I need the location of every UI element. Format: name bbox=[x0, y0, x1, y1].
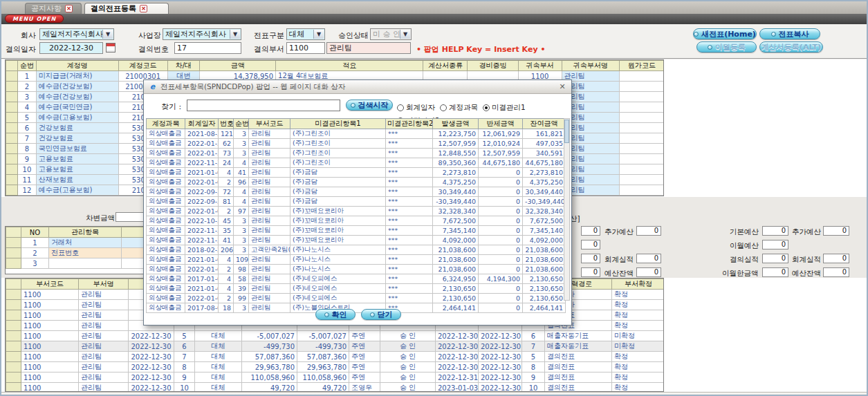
budget-field[interactable]: 0 bbox=[636, 226, 661, 236]
table-row[interactable]: 외상매출금2018-02-282063고객만족2팀(J2(주)나노시스***21… bbox=[147, 245, 566, 255]
cell: 2022-01-00 bbox=[185, 207, 219, 216]
table-row[interactable]: 외상매출금2022-11-30244관리팀(주)그린조이***89,350,36… bbox=[147, 158, 566, 168]
cell: 예수금(고용보험) bbox=[36, 185, 118, 196]
cell: 2022-12-30 bbox=[129, 341, 174, 352]
cell: 대체 bbox=[195, 341, 242, 352]
cell: 7 bbox=[18, 133, 36, 144]
budget-field[interactable]: 0 bbox=[636, 267, 661, 277]
table-row[interactable]: 1100관리팀2022-12-305대체-5,007,027-5,007,027… bbox=[6, 331, 665, 341]
cell: 3 bbox=[234, 245, 249, 255]
budget-field[interactable]: 0 bbox=[762, 226, 788, 236]
site-select[interactable]: 제일저지주식회사 ▼ bbox=[163, 28, 241, 40]
table-row[interactable]: 외상매출금2022-09-30724관리팀(주)금담***30,349,4400… bbox=[147, 187, 566, 197]
cell: 5 bbox=[522, 352, 545, 362]
cell bbox=[619, 164, 664, 175]
cell: 4,375,250 bbox=[433, 178, 479, 187]
table-row[interactable]: 1100관리팀2022-12-308대체29,963,78029,963,780… bbox=[6, 362, 665, 373]
cell: 2,130,650 bbox=[433, 284, 479, 294]
cell: *** bbox=[386, 236, 433, 245]
budget-field[interactable]: 0 bbox=[581, 226, 600, 236]
budget-field[interactable]: 0 bbox=[762, 254, 788, 263]
cell: 미확정 bbox=[612, 341, 665, 352]
calendar-icon[interactable] bbox=[106, 43, 116, 53]
dialog-title-bar[interactable]: e 전표세부항목(SPNDCDPop) 팝업 -- 웹 페이지 대화 상자 ✕ bbox=[144, 80, 571, 94]
chevron-down-icon[interactable]: ▼ bbox=[230, 30, 240, 39]
column-header bbox=[6, 279, 21, 290]
table-row[interactable]: 1100관리팀2022-12-306대체-499,730-499,730주엔승 … bbox=[6, 341, 665, 352]
budget-field[interactable]: 0 bbox=[581, 254, 600, 263]
cell: 0 bbox=[479, 168, 523, 178]
cell: *** bbox=[386, 197, 433, 207]
slip-type-select[interactable]: 대체 ▼ bbox=[286, 28, 325, 40]
radio-계정과목[interactable]: 계정과목 bbox=[440, 103, 478, 113]
dialog-scrollbar[interactable] bbox=[564, 118, 570, 301]
number-field[interactable]: 17 bbox=[174, 42, 241, 54]
company-select[interactable]: 제일저지주식회사 ▼ bbox=[39, 28, 114, 40]
table-row[interactable]: 외상매출금2022-01-00299관리팀(주)네오피에스***2,130,65… bbox=[147, 294, 566, 303]
table-row[interactable]: 외상매출금2021-08-311213관리팀(주)그린조이***12,223,7… bbox=[147, 129, 566, 139]
radio-button-icon[interactable] bbox=[483, 104, 490, 111]
close-icon[interactable]: ✕ bbox=[557, 82, 567, 91]
cell: 21,038,600 bbox=[523, 265, 566, 274]
column-header: 계정명 bbox=[36, 61, 118, 71]
cell: 1100 bbox=[21, 383, 79, 393]
table-row[interactable]: 외상매출금2017-08-01183관리팀(주)노블인더스트리***2,464,… bbox=[147, 303, 566, 313]
dialog-close-button[interactable]: 닫기 bbox=[361, 309, 401, 320]
table-row[interactable]: 1100관리팀2022-12-309대체110,058,960110,058,9… bbox=[6, 373, 665, 383]
budget-field[interactable]: 0 bbox=[823, 254, 849, 263]
search-input[interactable] bbox=[187, 100, 340, 111]
budget-label: 기본예산 bbox=[730, 227, 759, 237]
cell: 확정 bbox=[612, 383, 665, 393]
budget-field[interactable]: 0 bbox=[823, 226, 849, 236]
cell: (주)네오피에스 bbox=[290, 294, 386, 303]
table-row[interactable]: 외상매출금2022-01-00296관리팀(주)금담***4,375,25004… bbox=[147, 178, 566, 187]
chevron-down-icon[interactable]: ▼ bbox=[313, 30, 324, 39]
dept-code-field[interactable]: 1100 bbox=[286, 42, 325, 54]
table-row[interactable]: 외상매출금2022-09-30814관리팀(주)금담***-30,349,440… bbox=[147, 197, 566, 207]
chevron-down-icon[interactable]: ▼ bbox=[102, 30, 113, 39]
budget-field[interactable]: 0 bbox=[762, 267, 788, 277]
radio-button-icon[interactable] bbox=[397, 104, 404, 111]
help-text: • 팝업 HELP Key = Insert Key • bbox=[416, 44, 545, 55]
budget-field[interactable]: 0 bbox=[823, 267, 849, 277]
budget-field[interactable]: 0 bbox=[581, 267, 600, 277]
ok-button[interactable]: 확인 bbox=[315, 309, 355, 320]
copy-slip-button[interactable]: 전표복사 bbox=[759, 28, 820, 39]
tab-voucher-entry[interactable]: 결의전표등록 × bbox=[84, 3, 169, 14]
tab-close-icon[interactable]: × bbox=[65, 5, 73, 12]
table-row[interactable]: 외상매출금2022-11-30413관리팀(주)꼬매요코리아***4,092,0… bbox=[147, 236, 566, 245]
table-row[interactable]: 외상매출금2022-10-31453관리팀(주)꼬매요코리아***7,672,5… bbox=[147, 216, 566, 226]
radio-회계일자[interactable]: 회계일자 bbox=[397, 103, 435, 113]
search-start-button[interactable]: 검색시작 bbox=[346, 100, 393, 111]
table-row[interactable]: 외상매출금2021-01-00441관리팀(주)금담***2,273,81002… bbox=[147, 168, 566, 178]
budget-field[interactable]: 0 bbox=[581, 240, 600, 249]
new-slip-button[interactable]: 새전표(Home) bbox=[693, 28, 757, 39]
cell: 29,963,780 bbox=[242, 362, 297, 373]
menu-open-badge[interactable]: MENU OPEN bbox=[5, 15, 64, 23]
table-row[interactable]: 외상매출금2021-01-004109관리팀(주)나노시스***21,038,6… bbox=[147, 255, 566, 265]
cell: (주)금담 bbox=[290, 197, 386, 207]
cell: 2022-12-30 bbox=[479, 331, 522, 341]
table-row[interactable]: 외상매출금2022-01-31733관리팀(주)그린조이***12,848,55… bbox=[147, 149, 566, 158]
cell: 2,130,650 bbox=[433, 294, 479, 303]
table-row[interactable]: 외상매출금2022-01-00298관리팀(주)나노시스***21,038,60… bbox=[147, 265, 566, 274]
table-row[interactable]: 외상매출금2022-01-00297관리팀(주)꼬매요코리아***32,328,… bbox=[147, 207, 566, 216]
carry-over-button: 이월등록 bbox=[696, 41, 757, 53]
tab-notice[interactable]: 공지사항 × bbox=[25, 3, 82, 14]
cell: 2021-01-00 bbox=[185, 255, 219, 265]
scrollbar-thumb[interactable] bbox=[564, 120, 569, 143]
table-row[interactable]: 외상매출금2021-01-00439관리팀(주)네오피에스***2,130,65… bbox=[147, 284, 566, 294]
table-row[interactable]: 1100관리팀2022-12-3010대체49,72049,720조영우승 인2… bbox=[6, 383, 665, 393]
budget-field[interactable]: 0 bbox=[636, 254, 661, 263]
radio-button-icon[interactable] bbox=[440, 104, 447, 111]
cell: 주엔 bbox=[349, 373, 380, 383]
budget-field[interactable]: 0 bbox=[762, 240, 788, 249]
table-row[interactable]: 1100관리팀2022-12-307대체57,087,36057,087,360… bbox=[6, 352, 665, 362]
table-row[interactable]: 외상매출금2017-01-00458관리팀(주)네오피에스***6,324,95… bbox=[147, 274, 566, 284]
date-field[interactable]: 2022-12-30 bbox=[39, 42, 103, 54]
table-row[interactable]: 외상매출금2022-01-31623관리팀(주)그린조이***12,507,95… bbox=[147, 139, 566, 149]
table-row[interactable]: 외상매출금2022-11-30353관리팀(주)꼬매요코리아***7,345,1… bbox=[147, 226, 566, 236]
cell: (주)네오피에스 bbox=[290, 284, 386, 294]
tab-close-icon[interactable]: × bbox=[140, 5, 147, 12]
radio-미결관리1[interactable]: 미결관리1 bbox=[483, 103, 526, 113]
